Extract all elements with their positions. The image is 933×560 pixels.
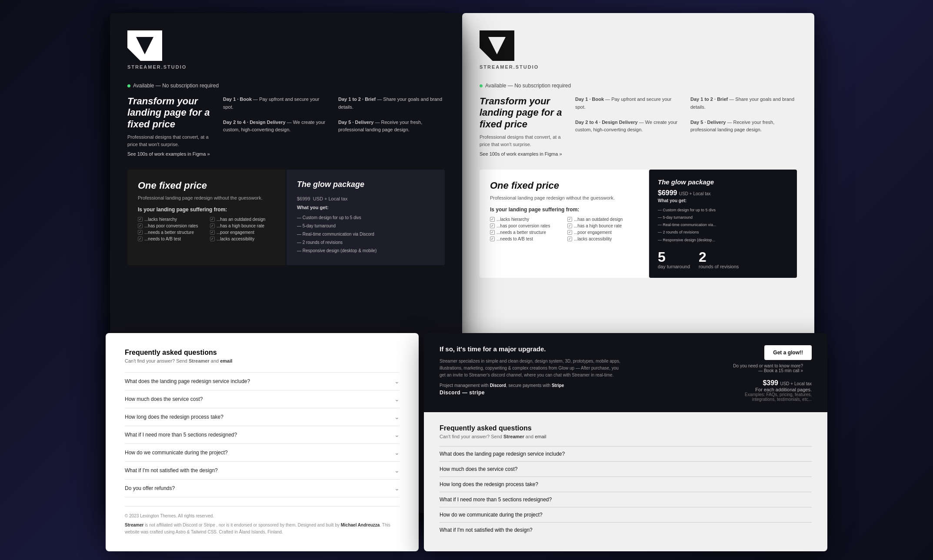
- faq-item[interactable]: What if I'm not satisfied with the desig…: [440, 522, 812, 537]
- faq-question: What if I need more than 5 sections rede…: [125, 432, 237, 438]
- figma-link[interactable]: See 100s of work examples in Figma »: [127, 151, 210, 157]
- faq-item[interactable]: What if I need more than 5 sections rede…: [125, 426, 400, 443]
- faq-item[interactable]: How much does the service cost? ⌄: [125, 390, 400, 408]
- chevron-down-icon: ⌄: [394, 485, 400, 492]
- if-so-section: If so, it's time for a major upgrade. St…: [424, 333, 827, 412]
- figma-link-light[interactable]: See 100s of work examples in Figma »: [480, 151, 562, 157]
- hero-left-light: Transform your landing page for a fixed …: [480, 96, 566, 157]
- faq-item[interactable]: How much does the service cost?: [440, 461, 812, 477]
- badge-dot-light: [480, 84, 483, 87]
- right-bottom-panel: If so, it's time for a major upgrade. St…: [424, 333, 827, 551]
- faq-item[interactable]: What if I'm not satisfied with the desig…: [125, 461, 400, 479]
- logo-area: STREAMER.STUDIO: [127, 30, 445, 70]
- available-badge-light: Available — No subscription required: [480, 83, 797, 89]
- add-price-examples: Examples: FAQs, pricing, features, integ…: [725, 392, 812, 402]
- faq-right-title: Frequently asked questions: [440, 424, 812, 432]
- checkbox: ✓: [210, 230, 215, 235]
- faq-question: Do you offer refunds?: [125, 485, 175, 491]
- if-so-title: If so, it's time for a major upgrade.: [440, 345, 716, 353]
- checkbox: ✓: [210, 237, 215, 241]
- pricing-left-light: One fixed price Professional landing pag…: [480, 170, 648, 277]
- step2-title: Day 2 to 4 · Design Delivery: [223, 120, 286, 125]
- steps-col2: Day 1 to 2 · Brief — Share your goals an…: [338, 96, 445, 157]
- suffering-title-light: Is your landing page suffering from:: [490, 207, 638, 213]
- faq-question: How do we communicate during the project…: [440, 512, 543, 518]
- faq-question: How long does the redesign process take?: [440, 481, 538, 487]
- chevron-down-icon: ⌄: [394, 449, 400, 456]
- check-item: ✓...has an outdated design: [567, 217, 638, 222]
- pricing-area-light: One fixed price Professional landing pag…: [480, 170, 797, 277]
- list-item: 2 rounds of revisions: [297, 238, 434, 247]
- checkbox: ✓: [138, 217, 143, 222]
- checkbox: ✓: [210, 223, 215, 228]
- days-number: 5: [658, 250, 690, 264]
- faq-item[interactable]: How long does the redesign process take?: [440, 477, 812, 492]
- hero-subtext-light: Professional designs that convert, at a …: [480, 133, 566, 148]
- faq-item[interactable]: Do you offer refunds? ⌄: [125, 479, 400, 497]
- bottom-area: Frequently asked questions Can't find yo…: [106, 333, 827, 551]
- faq-right-sub: Can't find your answer? Send Streamer an…: [440, 434, 812, 439]
- faq-question: How much does the service cost?: [440, 466, 517, 472]
- list-item: Custom design for up to 5 divs: [297, 213, 434, 222]
- if-so-top-row: If so, it's time for a major upgrade. St…: [440, 345, 812, 402]
- checkbox: ✓: [490, 237, 495, 241]
- faq-item[interactable]: What does the landing page redesign serv…: [125, 372, 400, 390]
- pricing-sub-light: Professional landing page redesign witho…: [490, 195, 638, 200]
- check-item: ✓...has an outdated design: [210, 217, 275, 222]
- discord-stripe: Discord — stripe: [440, 390, 716, 396]
- pricing-section: One fixed price Professional landing pag…: [127, 170, 445, 265]
- chevron-down-icon: ⌄: [394, 467, 400, 474]
- package-title-overlay: The glow package: [658, 178, 788, 186]
- package-list: Custom design for up to 5 divs 5-day tur…: [297, 213, 434, 255]
- hero-headline: Transform your landing page for a fixed …: [127, 96, 214, 130]
- pricing-left: One fixed price Professional landing pag…: [127, 170, 286, 265]
- steps-col1: Day 1 · Book — Pay upfront and secure yo…: [223, 96, 330, 157]
- check-item: ✓...has poor conversion rates: [138, 223, 203, 228]
- add-price-section: $399 USD + Local tax For each additional…: [725, 379, 812, 402]
- faq-right-panel: Frequently asked questions Can't find yo…: [424, 412, 827, 551]
- checkbox: ✓: [490, 230, 495, 235]
- list-item: — Custom design for up to 5 divs: [658, 207, 788, 214]
- if-so-left: If so, it's time for a major upgrade. St…: [440, 345, 716, 396]
- checkbox: ✓: [138, 230, 143, 235]
- get-glow-button[interactable]: Get a glow!!: [764, 345, 812, 360]
- check-item: ✓...lacks hierarchy: [138, 217, 203, 222]
- add-price: $399 USD + Local tax: [725, 379, 812, 387]
- checklist-light: ✓...lacks hierarchy ✓...has an outdated …: [490, 217, 638, 241]
- hero-section-light: Transform your landing page for a fixed …: [480, 96, 797, 157]
- steps-col2-light: Day 1 to 2 · Brief — Share your goals an…: [690, 96, 797, 157]
- faq-item[interactable]: How do we communicate during the project…: [125, 443, 400, 461]
- faq-item[interactable]: What if I need more than 5 sections rede…: [440, 492, 812, 507]
- faq-question: How long does the redesign process take?: [125, 414, 223, 420]
- list-item: — Responsive design (desktop...: [658, 237, 788, 244]
- check-item: ✓...poor engagement: [567, 230, 638, 235]
- logo-icon-light: [480, 30, 514, 61]
- chevron-down-icon: ⌄: [394, 413, 400, 420]
- faq-sub: Can't find your answer? Send Streamer an…: [125, 358, 400, 363]
- cta-section: Get a glow!! Do you need or want to know…: [725, 345, 812, 402]
- stat-days: 5 day turnaround: [658, 250, 690, 269]
- hero-left: Transform your landing page for a fixed …: [127, 96, 214, 157]
- stats-row: 5 day turnaround 2 rounds of revisions: [658, 250, 788, 269]
- check-item: ✓...lacks accessibility: [567, 237, 638, 241]
- checklist: ✓...lacks hierarchy ✓...has an outdated …: [138, 217, 275, 241]
- chevron-down-icon: ⌄: [394, 396, 400, 403]
- list-item: Responsive design (desktop & mobile): [297, 247, 434, 255]
- price-overlay: $6999 USD + Local tax: [658, 189, 788, 197]
- faq-item[interactable]: What does the landing page redesign serv…: [440, 446, 812, 461]
- faq-title: Frequently asked questions: [125, 349, 400, 357]
- faq-item[interactable]: How do we communicate during the project…: [440, 507, 812, 522]
- add-price-label: For each additional pages.: [725, 387, 812, 392]
- what-overlay: What you get:: [658, 198, 788, 203]
- pricing-headline: One fixed price: [138, 180, 275, 191]
- stats-area: 5 day turnaround 2 rounds of revisions: [658, 250, 788, 269]
- faq-left-panel: Frequently asked questions Can't find yo…: [106, 333, 419, 551]
- faq-question: How much does the service cost?: [125, 396, 203, 402]
- available-badge: Available — No subscription required: [127, 83, 445, 89]
- package-list-overlay: — Custom design for up to 5 divs — 5-day…: [658, 207, 788, 243]
- page-background: STREAMER.STUDIO Available — No subscript…: [0, 0, 933, 560]
- step1-title: Day 1 · Book: [223, 97, 252, 102]
- check-item: ✓...has a high bounce rate: [210, 223, 275, 228]
- faq-item[interactable]: How long does the redesign process take?…: [125, 408, 400, 426]
- check-item: ✓...poor engagement: [210, 230, 275, 235]
